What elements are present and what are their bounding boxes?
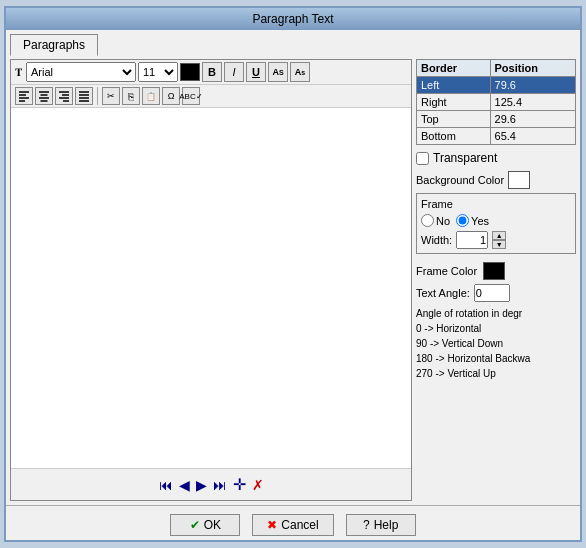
border-cell: Left <box>417 77 491 94</box>
dialog-body: Paragraphs 𝐓 Arial 11 B I U <box>6 30 580 505</box>
paragraph-textarea[interactable] <box>11 108 411 468</box>
copy-button[interactable]: ⎘ <box>122 87 140 105</box>
ok-button[interactable]: ✔ OK <box>170 514 240 536</box>
first-button[interactable]: ⏮ <box>159 477 173 493</box>
transparent-label: Transparent <box>433 151 497 165</box>
main-area: 𝐓 Arial 11 B I U AS As <box>10 59 576 501</box>
align-right-button[interactable] <box>55 87 73 105</box>
align-left-button[interactable] <box>15 87 33 105</box>
toolbar-row1: 𝐓 Arial 11 B I U AS As <box>11 60 411 85</box>
border-table-row[interactable]: Left79.6 <box>417 77 576 94</box>
bg-color-row: Background Color <box>416 171 576 189</box>
border-cell: Bottom <box>417 128 491 145</box>
ok-checkmark-icon: ✔ <box>190 518 200 532</box>
toolbar-separator <box>97 87 98 105</box>
font-size-select[interactable]: 11 <box>138 62 178 82</box>
dialog-title: Paragraph Text <box>6 8 580 30</box>
ok-label: OK <box>204 518 221 532</box>
width-row: Width: ▲ ▼ <box>421 231 571 249</box>
help-label: Help <box>374 518 399 532</box>
spell-check-button[interactable]: ABC✓ <box>182 87 200 105</box>
text-angle-label: Text Angle: <box>416 287 470 299</box>
border-header: Border <box>417 60 491 77</box>
help-icon: ? <box>363 518 370 532</box>
italic-button[interactable]: I <box>224 62 244 82</box>
width-up-button[interactable]: ▲ <box>492 231 506 240</box>
position-cell: 65.4 <box>490 128 575 145</box>
bottom-buttons: ✔ OK ✖ Cancel ? Help <box>6 505 580 540</box>
angle-input[interactable] <box>474 284 510 302</box>
angle-info-0: 0 -> Horizontal <box>416 321 576 336</box>
angle-info-90: 90 -> Vertical Down <box>416 336 576 351</box>
tab-bar: Paragraphs <box>10 34 576 55</box>
position-cell: 79.6 <box>490 77 575 94</box>
frame-yes-label[interactable]: Yes <box>456 214 489 227</box>
frame-radio-row: No Yes <box>421 214 571 227</box>
font-name-select[interactable]: Arial <box>26 62 136 82</box>
border-table-row[interactable]: Top29.6 <box>417 111 576 128</box>
border-table: Border Position Left79.6Right125.4Top29.… <box>416 59 576 145</box>
border-table-row[interactable]: Right125.4 <box>417 94 576 111</box>
tab-paragraphs[interactable]: Paragraphs <box>10 34 98 56</box>
underline-button[interactable]: U <box>246 62 266 82</box>
bold-button[interactable]: B <box>202 62 222 82</box>
cut-button[interactable]: ✂ <box>102 87 120 105</box>
angle-info-270: 270 -> Vertical Up <box>416 366 576 381</box>
special-char-button[interactable]: Ω <box>162 87 180 105</box>
transparent-row: Transparent <box>416 149 576 167</box>
width-down-button[interactable]: ▼ <box>492 240 506 249</box>
next-button[interactable]: ▶ <box>196 477 207 493</box>
frame-yes-radio[interactable] <box>456 214 469 227</box>
frame-color-label: Frame Color <box>416 265 477 277</box>
font-icon: 𝐓 <box>15 66 22 79</box>
border-table-row[interactable]: Bottom65.4 <box>417 128 576 145</box>
subscript-button[interactable]: As <box>290 62 310 82</box>
frame-no-radio[interactable] <box>421 214 434 227</box>
angle-info-title: Angle of rotation in degr <box>416 306 576 321</box>
frame-no-label[interactable]: No <box>421 214 450 227</box>
add-button[interactable]: ✛ <box>233 475 246 494</box>
width-input[interactable] <box>456 231 488 249</box>
text-angle-row: Text Angle: <box>416 284 576 302</box>
cancel-label: Cancel <box>281 518 318 532</box>
width-label: Width: <box>421 234 452 246</box>
frame-box: Frame No Yes Width: <box>416 193 576 254</box>
prev-button[interactable]: ◀ <box>179 477 190 493</box>
left-panel: 𝐓 Arial 11 B I U AS As <box>10 59 412 501</box>
right-panel: Border Position Left79.6Right125.4Top29.… <box>416 59 576 501</box>
width-spinner: ▲ ▼ <box>492 231 506 249</box>
font-color-box[interactable] <box>180 63 200 81</box>
paste-special-button[interactable]: 📋 <box>142 87 160 105</box>
cancel-button[interactable]: ✖ Cancel <box>252 514 333 536</box>
bg-color-label: Background Color <box>416 174 504 186</box>
transparent-checkbox[interactable] <box>416 152 429 165</box>
delete-button[interactable]: ✗ <box>252 477 264 493</box>
paragraph-text-dialog: Paragraph Text Paragraphs 𝐓 Arial 11 B <box>4 6 582 542</box>
help-button[interactable]: ? Help <box>346 514 416 536</box>
border-cell: Right <box>417 94 491 111</box>
angle-info-180: 180 -> Horizontal Backwa <box>416 351 576 366</box>
last-button[interactable]: ⏭ <box>213 477 227 493</box>
align-center-button[interactable] <box>35 87 53 105</box>
border-cell: Top <box>417 111 491 128</box>
superscript-button[interactable]: AS <box>268 62 288 82</box>
position-cell: 125.4 <box>490 94 575 111</box>
bg-color-swatch[interactable] <box>508 171 530 189</box>
frame-color-row: Frame Color <box>416 262 576 280</box>
frame-label: Frame <box>421 198 571 210</box>
nav-bar: ⏮ ◀ ▶ ⏭ ✛ ✗ <box>11 468 411 500</box>
cancel-x-icon: ✖ <box>267 518 277 532</box>
toolbar-row2: ✂ ⎘ 📋 Ω ABC✓ <box>11 85 411 108</box>
angle-info: Angle of rotation in degr 0 -> Horizonta… <box>416 306 576 381</box>
position-cell: 29.6 <box>490 111 575 128</box>
position-header: Position <box>490 60 575 77</box>
frame-color-swatch[interactable] <box>483 262 505 280</box>
align-justify-button[interactable] <box>75 87 93 105</box>
